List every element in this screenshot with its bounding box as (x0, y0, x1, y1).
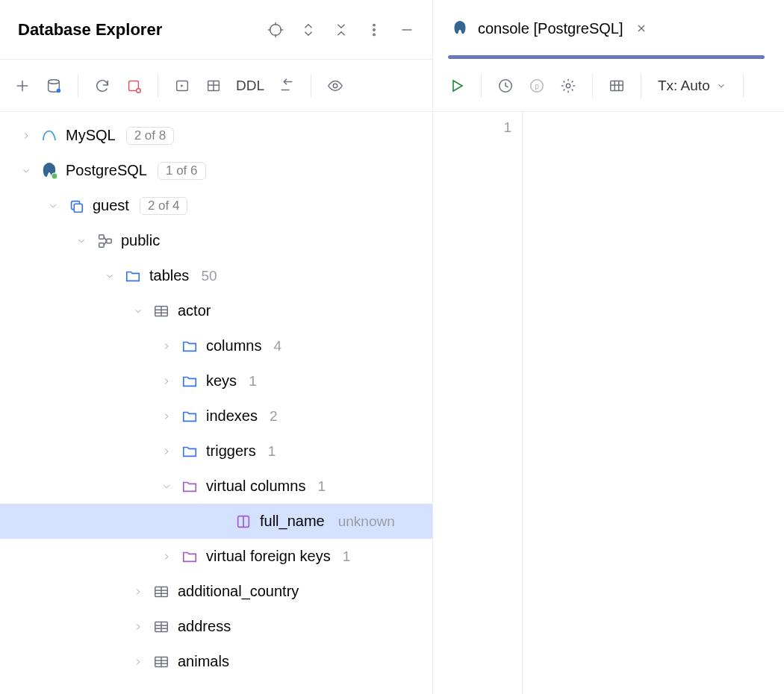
tree-label: triggers (206, 443, 256, 460)
toolbar-divider (78, 74, 78, 98)
refresh-icon[interactable] (89, 72, 116, 99)
jump-to-console-icon[interactable] (169, 72, 196, 99)
close-icon[interactable] (632, 19, 650, 37)
svg-point-11 (49, 79, 60, 84)
tree-node-keys[interactable]: keys 1 (0, 363, 432, 398)
toolbar-divider (481, 74, 482, 98)
navigate-icon[interactable] (273, 72, 300, 99)
add-icon[interactable] (9, 72, 36, 99)
chevron-down-icon[interactable] (75, 234, 88, 248)
chevron-right-icon[interactable] (160, 340, 173, 353)
collapse-all-icon[interactable] (328, 16, 355, 43)
tree-label: PostgreSQL (66, 162, 147, 179)
item-count: 4 (273, 338, 281, 354)
schema-icon (96, 232, 113, 250)
folder-icon (181, 372, 199, 390)
chevron-down-icon[interactable] (131, 304, 145, 318)
tree-label: keys (206, 372, 237, 390)
tree-label: animals (178, 653, 229, 670)
item-count: 1 (268, 443, 276, 460)
item-count: 1 (343, 548, 351, 565)
tree-node-postgresql[interactable]: PostgreSQL 1 of 6 (0, 153, 432, 188)
datasource-settings-icon[interactable] (40, 72, 67, 99)
expand-collapse-icon[interactable] (295, 16, 322, 43)
chevron-down-icon[interactable] (103, 269, 116, 283)
svg-rect-27 (99, 243, 104, 247)
folder-icon (181, 337, 199, 355)
item-count: 50 (201, 268, 217, 284)
toolbar-divider (158, 74, 158, 98)
tx-mode-label: Tx: Auto (658, 78, 710, 94)
stop-icon[interactable] (120, 72, 147, 99)
tree-node-tables[interactable]: tables 50 (0, 258, 432, 293)
svg-point-5 (373, 24, 375, 25)
tree-label: tables (149, 267, 189, 284)
table-icon (152, 618, 170, 636)
folder-icon (124, 267, 142, 285)
chevron-right-icon[interactable] (131, 620, 145, 634)
mysql-icon (40, 127, 58, 145)
data-grid-icon[interactable] (603, 72, 630, 99)
panel-header: Database Explorer (0, 0, 432, 60)
tree-node-virtual-foreign-keys[interactable]: virtual foreign keys 1 (0, 539, 432, 574)
minimize-icon[interactable] (393, 16, 420, 43)
item-count: 1 (249, 373, 257, 390)
view-options-icon[interactable] (322, 72, 349, 99)
tree-node-triggers[interactable]: triggers 1 (0, 434, 432, 469)
column-icon (234, 513, 252, 531)
toolbar-divider (641, 74, 641, 98)
more-icon[interactable] (361, 16, 388, 43)
tree-node-mysql[interactable]: MySQL 2 of 8 (0, 118, 432, 153)
tx-mode-dropdown[interactable]: Tx: Auto (652, 75, 732, 97)
chevron-right-icon[interactable] (160, 550, 173, 563)
count-badge: 2 of 8 (126, 127, 175, 145)
svg-marker-16 (181, 84, 184, 87)
table-icon[interactable] (200, 72, 227, 99)
panel-toolbar: DDL (0, 60, 432, 112)
tree-node-indexes[interactable]: indexes 2 (0, 398, 432, 434)
chevron-right-icon[interactable] (160, 375, 173, 388)
tree-node-public[interactable]: public (0, 223, 432, 258)
tree-label: full_name (260, 513, 325, 530)
tree-node-virtual-columns[interactable]: virtual columns 1 (0, 469, 432, 504)
chevron-right-icon[interactable] (160, 445, 173, 458)
editor-tab-console[interactable]: console [PostgreSQL] (445, 0, 656, 57)
settings-icon[interactable] (555, 72, 582, 99)
svg-rect-26 (99, 234, 104, 239)
run-icon[interactable] (444, 72, 470, 99)
chevron-down-icon[interactable] (160, 480, 173, 493)
chevron-right-icon[interactable] (131, 585, 145, 598)
code-content[interactable] (523, 112, 784, 694)
tree-node-address[interactable]: address (0, 609, 432, 644)
chevron-right-icon[interactable] (19, 129, 33, 143)
tree-node-guest[interactable]: guest 2 of 4 (0, 188, 432, 223)
ddl-button[interactable]: DDL (231, 75, 269, 97)
count-badge: 2 of 4 (140, 197, 188, 215)
tree-label: actor (178, 302, 211, 319)
chevron-down-icon[interactable] (46, 199, 60, 213)
tree-node-additional-country[interactable]: additional_country (0, 574, 432, 609)
tab-label: console [PostgreSQL] (478, 20, 623, 37)
tree-node-full-name[interactable]: full_name unknown (0, 504, 432, 539)
tree-node-actor[interactable]: actor (0, 293, 432, 328)
history-icon[interactable] (492, 72, 519, 99)
chevron-right-icon[interactable] (131, 655, 145, 669)
target-icon[interactable] (262, 16, 289, 43)
folder-icon (181, 478, 199, 496)
folder-icon (181, 548, 199, 566)
code-editor[interactable]: 1 (433, 112, 784, 694)
svg-rect-28 (107, 239, 111, 243)
line-gutter: 1 (433, 112, 523, 694)
tree-node-animals[interactable]: animals (0, 644, 432, 679)
panel-title: Database Explorer (12, 20, 256, 40)
table-icon (152, 302, 170, 320)
chevron-right-icon[interactable] (160, 410, 173, 423)
line-number: 1 (433, 119, 511, 136)
svg-point-14 (137, 88, 141, 93)
svg-point-23 (52, 173, 57, 179)
svg-point-22 (333, 84, 337, 88)
chevron-down-icon[interactable] (19, 164, 33, 178)
editor-toolbar: p Tx: Auto (433, 60, 784, 112)
tree-node-columns[interactable]: columns 4 (0, 328, 432, 363)
playground-icon[interactable]: p (523, 72, 550, 99)
